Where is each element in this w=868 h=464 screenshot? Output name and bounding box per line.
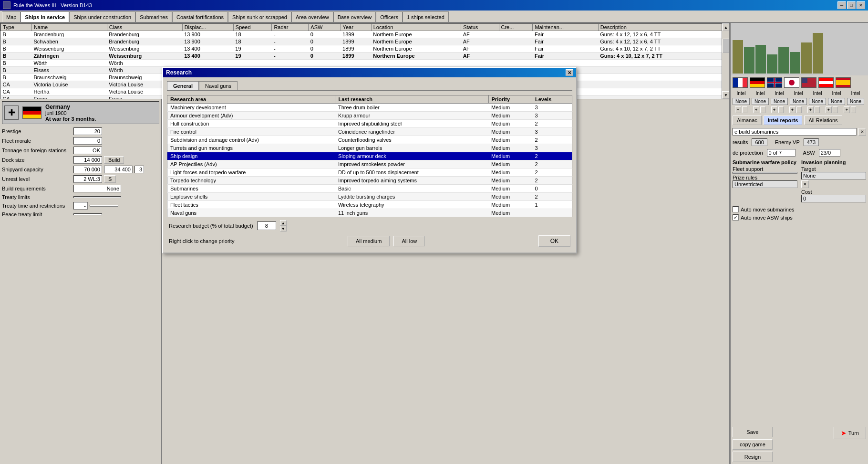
research-row[interactable]: Explosive shellsLyddite bursting charges…	[167, 193, 572, 201]
turn-button[interactable]: ➤ Turn	[834, 427, 866, 439]
research-row[interactable]: Armour development (Adv)Krupp armourMedi…	[167, 112, 572, 120]
col-radar[interactable]: Radar	[272, 24, 309, 31]
table-row[interactable]: BSchwabenBrandenburg13 90018-01899Northe…	[1, 38, 729, 45]
intel-minus-6[interactable]: -	[851, 106, 856, 113]
col-year[interactable]: Year	[341, 24, 371, 31]
research-row[interactable]: Machinery developmentThree drum boilerMe…	[167, 104, 572, 112]
maximize-button[interactable]: □	[847, 1, 856, 9]
menu-tab-map[interactable]: Map	[2, 11, 21, 22]
col-maint[interactable]: Maintenan...	[533, 24, 598, 31]
table-row[interactable]: BZähringenWeissenburg13 40019-01899North…	[1, 53, 729, 60]
research-row[interactable]: Hull constructionImproved shipbuilding s…	[167, 120, 572, 128]
unrest-btn[interactable]: S	[104, 175, 116, 183]
research-row[interactable]: Fire controlCoincidence rangefinderMediu…	[167, 128, 572, 136]
table-row[interactable]: BBrandenburgBrandenburg13 90018-01899Nor…	[1, 31, 729, 38]
menu-tab-area-overview[interactable]: Area overview	[291, 11, 333, 22]
research-row[interactable]: Naval guns11 inch gunsMedium	[167, 209, 572, 217]
budget-input[interactable]	[257, 221, 276, 230]
asw-input[interactable]	[819, 149, 840, 157]
menu-tab-ships-sunk-or-scrapped[interactable]: Ships sunk or scrapped	[228, 11, 291, 22]
col-displace[interactable]: Displac...	[182, 24, 233, 31]
all-medium-button[interactable]: All medium	[348, 236, 390, 246]
col-status[interactable]: Status	[461, 24, 499, 31]
intel-reports-button[interactable]: Intel reports	[764, 116, 803, 125]
col-location[interactable]: Location	[371, 24, 461, 31]
research-row[interactable]: Ship designSloping armour deckMedium2	[167, 152, 572, 160]
col-speed[interactable]: Speed	[233, 24, 272, 31]
research-row[interactable]: SubmarinesBasicMedium0	[167, 185, 572, 193]
prize-rules-label: Prize rules	[733, 175, 757, 180]
col-crew[interactable]: Cre...	[499, 24, 533, 31]
menu-tab-base-overview[interactable]: Base overview	[333, 11, 376, 22]
resign-button[interactable]: Resign	[733, 452, 773, 462]
intel-plus-2[interactable]: +	[771, 106, 777, 113]
copy-game-button[interactable]: copy game	[733, 439, 773, 450]
invasion-close-btn[interactable]: ✕	[801, 180, 809, 188]
intel-plus-1[interactable]: +	[753, 106, 759, 113]
menu-tab-1-ships-selected[interactable]: 1 ships selected	[403, 11, 449, 22]
search-input[interactable]	[733, 128, 857, 136]
dialog-close-button[interactable]: ✕	[566, 69, 573, 76]
table-row[interactable]: BWeissenburgWeissenburg13 40019-01899Nor…	[1, 45, 729, 53]
scrollbar-down[interactable]: ▼	[722, 91, 730, 99]
table-row[interactable]: BWörthWörth	[1, 60, 729, 67]
col-class[interactable]: Class	[107, 24, 182, 31]
dialog-tab-general[interactable]: General	[167, 81, 199, 90]
intel-minus-5[interactable]: -	[833, 106, 838, 113]
scrollbar-up[interactable]: ▲	[722, 23, 730, 31]
search-close-button[interactable]: ✕	[858, 128, 866, 136]
flag-uk[interactable]	[767, 77, 782, 88]
intel-minus-1[interactable]: -	[760, 106, 765, 113]
research-dialog[interactable]: Research ✕ GeneralNaval guns Research ar…	[162, 67, 577, 253]
intel-minus-3[interactable]: -	[796, 106, 802, 113]
menu-tab-ships-under-construction[interactable]: Ships under construction	[69, 11, 135, 22]
ok-button[interactable]: OK	[538, 235, 570, 247]
auto-move-asw-checkbox[interactable]: ✓	[733, 214, 739, 221]
flag-france[interactable]	[733, 77, 748, 88]
almanac-button[interactable]: Almanac	[733, 116, 762, 125]
research-row[interactable]: AP Projectiles (Adv)Improved smokeless p…	[167, 160, 572, 169]
build-button[interactable]: Build	[104, 156, 124, 164]
research-row[interactable]: Turrets and gun mountingsLonger gun barr…	[167, 144, 572, 152]
menu-tab-officers[interactable]: Officers	[376, 11, 403, 22]
col-name[interactable]: Name	[31, 24, 107, 31]
menu-tab-ships-in-service[interactable]: Ships in service	[21, 11, 69, 22]
save-button[interactable]: Save	[733, 427, 773, 437]
research-col-area[interactable]: Research area	[167, 95, 335, 104]
flag-spain[interactable]	[836, 77, 851, 88]
flag-japan[interactable]	[784, 77, 799, 88]
research-row[interactable]: Light forces and torpedo warfareDD of up…	[167, 169, 572, 177]
budget-up-btn[interactable]: ▲	[280, 220, 287, 226]
intel-plus-6[interactable]: +	[844, 106, 850, 113]
intel-plus-3[interactable]: +	[789, 106, 796, 113]
close-button[interactable]: ✕	[857, 1, 865, 9]
intel-plus-0[interactable]: +	[735, 106, 741, 113]
research-row[interactable]: Torpedo technologyImproved torpedo aimin…	[167, 177, 572, 185]
intel-plus-4[interactable]: +	[807, 106, 814, 113]
auto-move-submarines-checkbox[interactable]	[733, 206, 739, 212]
dialog-tab-naval-guns[interactable]: Naval guns	[199, 81, 238, 90]
budget-down-btn[interactable]: ▼	[280, 226, 287, 232]
intel-minus-0[interactable]: -	[742, 106, 747, 113]
col-asw[interactable]: ASW	[309, 24, 341, 31]
col-desc[interactable]: Description	[598, 24, 729, 31]
scrollbar-thumb[interactable]	[723, 39, 729, 53]
code-protection-input[interactable]	[767, 149, 796, 157]
research-row[interactable]: Fleet tacticsWireless telegraphyMedium1	[167, 201, 572, 209]
flag-germany[interactable]	[750, 77, 765, 88]
all-low-button[interactable]: All low	[393, 236, 425, 246]
flag-austria[interactable]	[818, 77, 834, 88]
research-col-priority[interactable]: Priority	[488, 95, 532, 104]
col-type[interactable]: Type	[1, 24, 32, 31]
intel-minus-4[interactable]: -	[815, 106, 820, 113]
all-relations-button[interactable]: All Relations	[804, 116, 842, 125]
menu-tab-coastal-fortifications[interactable]: Coastal fortifications	[172, 11, 228, 22]
research-row[interactable]: Subdivision and damage control (Adv)Coun…	[167, 136, 572, 144]
flag-usa[interactable]	[801, 77, 816, 88]
research-col-last[interactable]: Last research	[335, 95, 488, 104]
menu-tab-submarines[interactable]: Submarines	[135, 11, 172, 22]
intel-minus-2[interactable]: -	[778, 106, 784, 113]
intel-plus-5[interactable]: +	[826, 106, 832, 113]
minimize-button[interactable]: ─	[837, 1, 846, 9]
research-col-levels[interactable]: Levels	[532, 95, 572, 104]
